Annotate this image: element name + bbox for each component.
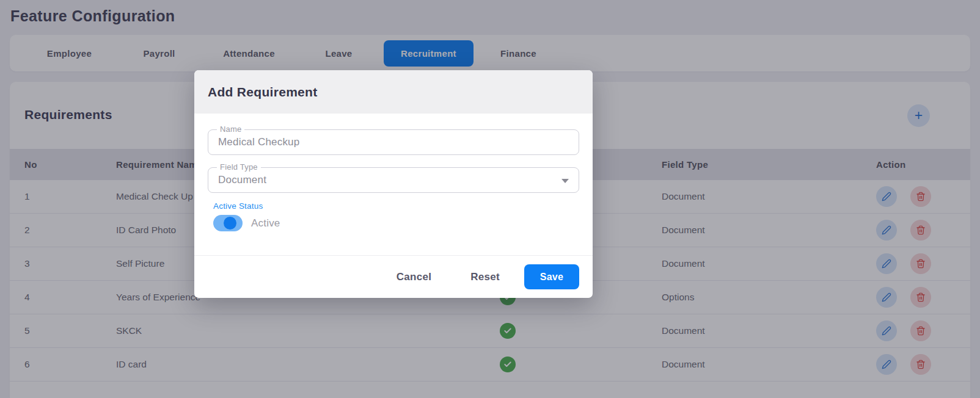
modal-header: Add Requirement [194, 70, 593, 114]
name-field: Name [208, 129, 579, 155]
feature-configuration-page: Feature Configuration EmployeePayrollAtt… [0, 0, 980, 398]
modal-body: Name Field Type Document Active Status A… [194, 114, 593, 231]
active-status-toggle-row: Active [213, 215, 579, 231]
field-type-selected-value: Document [208, 168, 579, 192]
cancel-button[interactable]: Cancel [397, 271, 432, 283]
add-requirement-modal: Add Requirement Name Field Type Document… [194, 70, 593, 298]
chevron-down-icon [561, 179, 569, 183]
name-input[interactable] [208, 130, 579, 154]
field-type-label: Field Type [217, 162, 261, 172]
reset-button[interactable]: Reset [470, 271, 500, 283]
active-status-toggle[interactable] [213, 215, 243, 231]
active-status-label: Active Status [213, 201, 579, 211]
field-type-field[interactable]: Field Type Document [208, 167, 579, 193]
save-button[interactable]: Save [524, 264, 579, 289]
modal-footer: Cancel Reset Save [194, 255, 593, 298]
name-field-label: Name [217, 125, 244, 134]
toggle-knob [224, 217, 236, 230]
modal-title: Add Requirement [208, 85, 318, 100]
active-status-group: Active Status Active [213, 201, 579, 231]
active-status-text: Active [251, 217, 280, 230]
